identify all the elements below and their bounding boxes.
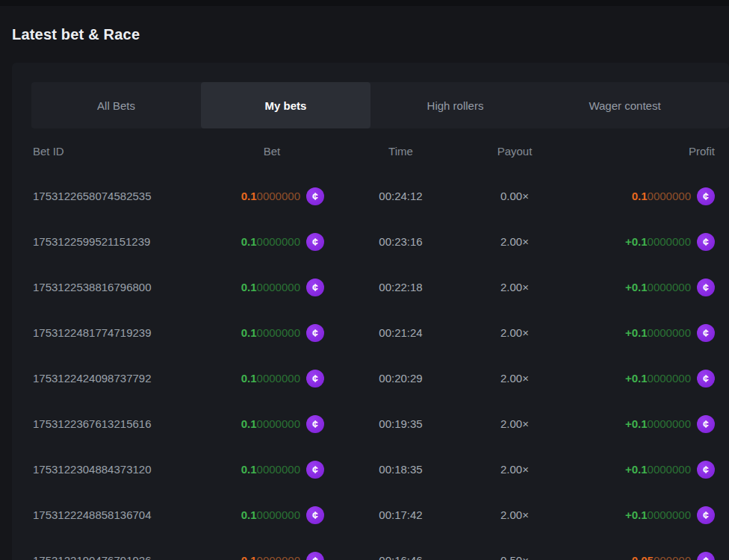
profit-amount-value: +0.10000000 <box>625 326 691 339</box>
bet-amount: 0.10000000 ¢ <box>220 506 324 524</box>
bets-table-body: 1753122658074582535 0.10000000 ¢ 00:24:1… <box>12 173 729 560</box>
bet-id: 1753122658074582535 <box>33 190 220 202</box>
bet-time: 00:19:35 <box>324 417 477 430</box>
top-edge-strip <box>0 0 729 6</box>
latest-bet-race-section: Latest bet & Race All Bets My bets High … <box>0 0 729 560</box>
bet-amount-value: 0.10000000 <box>241 235 300 248</box>
coin-icon: ¢ <box>306 279 324 296</box>
bet-payout: 2.00× <box>477 417 552 430</box>
bet-time: 00:20:29 <box>324 372 477 385</box>
table-row: 1753122538816796800 0.10000000 ¢ 00:22:1… <box>12 264 729 310</box>
bet-amount: 0.10000000 ¢ <box>220 187 324 205</box>
bets-tabbar: All Bets My bets High rollers Wager cont… <box>31 82 729 128</box>
profit-amount-value: +0.10000000 <box>625 235 691 248</box>
bet-profit: 0.05000000 ¢ <box>552 552 715 560</box>
table-row: 1753122599521151239 0.10000000 ¢ 00:23:1… <box>12 219 729 264</box>
bet-profit: +0.10000000 ¢ <box>552 461 715 479</box>
bet-profit: +0.10000000 ¢ <box>552 370 715 388</box>
bet-amount-value: 0.10000000 <box>241 326 300 339</box>
bets-panel: All Bets My bets High rollers Wager cont… <box>12 63 729 560</box>
bet-amount-value: 0.10000000 <box>241 372 300 385</box>
bet-amount: 0.10000000 ¢ <box>220 415 324 433</box>
coin-icon: ¢ <box>697 187 715 205</box>
bet-id: 1753122481774719239 <box>33 326 220 339</box>
bet-amount: 0.10000000 ¢ <box>220 552 324 560</box>
bet-id: 1753122424098737792 <box>33 372 220 385</box>
table-row: 1753122658074582535 0.10000000 ¢ 00:24:1… <box>12 173 729 219</box>
bet-profit: 0.10000000 ¢ <box>552 187 715 205</box>
bet-amount: 0.10000000 ¢ <box>220 324 324 342</box>
bet-amount-value: 0.10000000 <box>241 463 300 476</box>
coin-icon: ¢ <box>306 461 324 479</box>
coin-icon: ¢ <box>697 552 715 560</box>
coin-icon: ¢ <box>697 415 715 433</box>
bet-profit: +0.10000000 ¢ <box>552 324 715 342</box>
section-title: Latest bet & Race <box>12 24 729 45</box>
bet-time: 00:23:16 <box>324 235 477 248</box>
bet-time: 00:21:24 <box>324 326 477 339</box>
bet-time: 00:24:12 <box>324 190 477 202</box>
profit-amount-value: 0.05000000 <box>632 554 691 560</box>
profit-amount-value: +0.10000000 <box>625 463 691 476</box>
tab-my-bets[interactable]: My bets <box>201 82 370 128</box>
bet-id: 1753122367613215616 <box>33 417 220 430</box>
coin-icon: ¢ <box>306 506 324 524</box>
profit-amount-value: +0.10000000 <box>625 372 691 385</box>
bet-amount-value: 0.10000000 <box>241 554 300 560</box>
coin-icon: ¢ <box>697 506 715 524</box>
bet-time: 00:22:18 <box>324 281 477 293</box>
profit-amount-value: +0.10000000 <box>625 281 691 293</box>
header-bet-id: Bet ID <box>33 145 220 158</box>
profit-amount-value: +0.10000000 <box>625 417 691 430</box>
bet-payout: 2.00× <box>477 463 552 476</box>
coin-icon: ¢ <box>697 324 715 342</box>
coin-icon: ¢ <box>306 324 324 342</box>
bet-time: 00:17:42 <box>324 508 477 521</box>
coin-icon: ¢ <box>697 461 715 479</box>
table-row: 1753122248858136704 0.10000000 ¢ 00:17:4… <box>12 492 729 538</box>
coin-icon: ¢ <box>306 233 324 251</box>
bet-time: 00:16:46 <box>324 554 477 560</box>
table-row: 1753122304884373120 0.10000000 ¢ 00:18:3… <box>12 447 729 492</box>
bet-payout: 2.00× <box>477 235 552 248</box>
coin-icon: ¢ <box>697 370 715 388</box>
header-time: Time <box>324 145 477 158</box>
table-row: 1753122190476791926 0.10000000 ¢ 00:16:4… <box>12 538 729 560</box>
tab-high-rollers[interactable]: High rollers <box>370 82 540 128</box>
bet-profit: +0.10000000 ¢ <box>552 506 715 524</box>
header-profit: Profit <box>552 145 715 158</box>
bet-profit: +0.10000000 ¢ <box>552 279 715 296</box>
table-row: 1753122367613215616 0.10000000 ¢ 00:19:3… <box>12 401 729 447</box>
bet-id: 1753122248858136704 <box>33 508 220 521</box>
table-row: 1753122424098737792 0.10000000 ¢ 00:20:2… <box>12 355 729 401</box>
bet-payout: 0.50× <box>477 554 552 560</box>
bet-payout: 2.00× <box>477 281 552 293</box>
tab-wager-contest[interactable]: Wager contest <box>540 82 710 128</box>
coin-icon: ¢ <box>306 552 324 560</box>
tab-all-bets[interactable]: All Bets <box>31 82 201 128</box>
header-bet: Bet <box>220 145 324 158</box>
bet-id: 1753122599521151239 <box>33 235 220 248</box>
bet-id: 1753122304884373120 <box>33 463 220 476</box>
coin-icon: ¢ <box>306 415 324 433</box>
bet-amount-value: 0.10000000 <box>241 417 300 430</box>
bet-amount: 0.10000000 ¢ <box>220 233 324 251</box>
table-header-row: Bet ID Bet Time Payout Profit <box>12 136 729 166</box>
bet-id: 1753122190476791926 <box>33 554 220 560</box>
bet-payout: 2.00× <box>477 508 552 521</box>
bet-profit: +0.10000000 ¢ <box>552 415 715 433</box>
coin-icon: ¢ <box>697 279 715 296</box>
profit-amount-value: +0.10000000 <box>625 508 691 521</box>
bet-payout: 0.00× <box>477 190 552 202</box>
bet-amount-value: 0.10000000 <box>241 508 300 521</box>
bet-id: 1753122538816796800 <box>33 281 220 293</box>
bet-amount: 0.10000000 ¢ <box>220 279 324 296</box>
coin-icon: ¢ <box>306 187 324 205</box>
profit-amount-value: 0.10000000 <box>632 190 691 202</box>
bet-amount-value: 0.10000000 <box>241 190 300 202</box>
bet-amount: 0.10000000 ¢ <box>220 461 324 479</box>
bet-amount: 0.10000000 ¢ <box>220 370 324 388</box>
coin-icon: ¢ <box>697 233 715 251</box>
bet-amount-value: 0.10000000 <box>241 281 300 293</box>
header-payout: Payout <box>477 145 552 158</box>
